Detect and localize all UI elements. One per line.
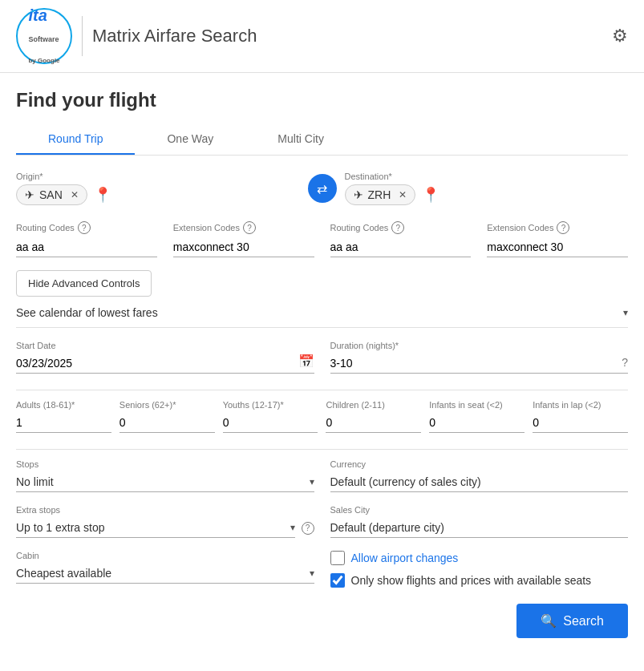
extra-stops-value: Up to 1 extra stop xyxy=(16,521,105,534)
available-seats-checkbox[interactable] xyxy=(330,573,345,588)
search-label: Search xyxy=(563,614,604,629)
start-date-input[interactable] xyxy=(16,354,314,374)
calendar-chevron-icon: ▾ xyxy=(623,307,628,318)
logo-ita: ita xyxy=(28,6,47,24)
swap-button[interactable]: ⇄ xyxy=(308,174,337,203)
infants-seat-input[interactable] xyxy=(429,413,525,433)
children-input[interactable] xyxy=(326,413,421,433)
infants-lap-label: Infants in lap (<2) xyxy=(533,400,628,410)
date-duration-row: Start Date 📅 Duration (nights)* ? xyxy=(16,341,628,374)
search-btn-row: 🔍 Search xyxy=(16,604,628,638)
dest-extension-label: Extension Codes ? xyxy=(487,221,628,234)
hide-advanced-button[interactable]: Hide Advanced Controls xyxy=(16,270,152,297)
airport-changes-row: Allow airport changes xyxy=(330,551,629,565)
origin-clear-icon[interactable]: ✕ xyxy=(71,189,79,200)
airport-changes-checkbox[interactable] xyxy=(330,551,345,565)
adults-col: Adults (18-61)* xyxy=(16,400,111,433)
adults-label: Adults (18-61)* xyxy=(16,400,111,410)
search-icon: 🔍 xyxy=(541,613,557,629)
origin-pin-icon[interactable]: 📍 xyxy=(94,186,111,204)
tab-multi-city[interactable]: Multi City xyxy=(245,124,356,155)
youths-col: Youths (12-17)* xyxy=(223,400,318,433)
logo-google: by Google xyxy=(28,57,59,64)
passengers-row: Adults (18-61)* Seniors (62+)* Youths (1… xyxy=(16,400,628,433)
origin-section: Origin* ✈ SAN ✕ 📍 xyxy=(16,172,300,205)
extra-stops-col: Extra stops Up to 1 extra stop ▾ ? xyxy=(16,505,314,538)
stops-value: No limit xyxy=(16,475,54,488)
dest-routing-help-icon[interactable]: ? xyxy=(391,221,404,234)
sales-city-label: Sales City xyxy=(330,505,629,515)
available-seats-label: Only show flights and prices with availa… xyxy=(351,574,592,587)
cabin-select[interactable]: Cheapest available ▾ xyxy=(16,564,314,584)
sales-city-select[interactable]: Default (departure city) xyxy=(330,518,629,538)
checkboxes-col: Allow airport changes Only show flights … xyxy=(330,551,629,596)
infants-seat-label: Infants in seat (<2) xyxy=(429,400,525,410)
settings-icon[interactable]: ⚙ xyxy=(612,26,628,46)
origin-plane-icon: ✈ xyxy=(25,188,34,201)
search-button[interactable]: 🔍 Search xyxy=(516,604,628,638)
origin-extension-label: Extension Codes ? xyxy=(173,221,314,234)
destination-chip[interactable]: ✈ ZRH ✕ xyxy=(345,184,416,205)
origin-code: SAN xyxy=(39,188,63,201)
destination-section: Destination* ✈ ZRH ✕ 📍 xyxy=(345,172,629,205)
origin-chip[interactable]: ✈ SAN ✕ xyxy=(16,184,87,205)
stops-label: Stops xyxy=(16,459,314,469)
stops-chevron-icon: ▾ xyxy=(310,476,314,487)
stops-select[interactable]: No limit ▾ xyxy=(16,472,314,492)
dest-routing-label: Routing Codes ? xyxy=(330,221,472,234)
tab-round-trip[interactable]: Round Trip xyxy=(16,124,135,155)
currency-label: Currency xyxy=(330,459,629,469)
duration-help-icon[interactable]: ? xyxy=(622,356,628,369)
youths-input[interactable] xyxy=(223,413,318,433)
trip-type-tabs: Round Trip One Way Multi City xyxy=(16,124,628,156)
origin-routing-col: Routing Codes ? xyxy=(16,221,157,257)
extra-stops-select[interactable]: Up to 1 extra stop ▾ xyxy=(16,518,295,538)
origin-routing-help-icon[interactable]: ? xyxy=(78,221,91,234)
origin-routing-input[interactable] xyxy=(16,237,157,257)
children-label: Children (2-11) xyxy=(326,400,421,410)
section-divider-2 xyxy=(16,449,628,450)
start-date-label: Start Date xyxy=(16,341,314,350)
origin-routing-label: Routing Codes ? xyxy=(16,221,157,234)
tab-one-way[interactable]: One Way xyxy=(135,124,245,155)
seniors-input[interactable] xyxy=(119,413,215,433)
logo-icon: ita Software by Google xyxy=(16,8,72,64)
infants-lap-col: Infants in lap (<2) xyxy=(533,400,628,433)
origin-extension-input[interactable] xyxy=(173,237,314,257)
calendar-row[interactable]: See calendar of lowest fares ▾ xyxy=(16,306,628,328)
extra-stops-chevron-icon: ▾ xyxy=(290,522,295,533)
section-divider-1 xyxy=(16,390,628,390)
dest-code: ZRH xyxy=(368,188,391,201)
cabin-col: Cabin Cheapest available ▾ xyxy=(16,551,314,596)
extra-stops-label: Extra stops xyxy=(16,505,314,515)
logo-area: ita Software by Google Matrix Airfare Se… xyxy=(16,8,257,64)
currency-select[interactable]: Default (currency of sales city) xyxy=(330,472,629,492)
children-col: Children (2-11) xyxy=(326,400,421,433)
dest-extension-input[interactable] xyxy=(487,237,628,257)
dest-plane-icon: ✈ xyxy=(354,188,363,201)
seniors-label: Seniors (62+)* xyxy=(119,400,215,410)
available-seats-row: Only show flights and prices with availa… xyxy=(330,573,629,588)
page-title: Find your flight xyxy=(16,89,628,111)
duration-input[interactable] xyxy=(330,354,629,374)
infants-lap-input[interactable] xyxy=(533,413,628,433)
dest-clear-icon[interactable]: ✕ xyxy=(399,189,407,200)
cabin-chevron-icon: ▾ xyxy=(310,568,314,579)
origin-extension-col: Extension Codes ? xyxy=(173,221,314,257)
dest-routing-input[interactable] xyxy=(330,237,472,257)
stops-currency-row: Stops No limit ▾ Currency Default (curre… xyxy=(16,459,628,492)
infants-seat-col: Infants in seat (<2) xyxy=(429,400,525,433)
header-divider xyxy=(82,16,83,56)
adults-input[interactable] xyxy=(16,413,111,433)
cabin-label: Cabin xyxy=(16,551,314,560)
origin-extension-help-icon[interactable]: ? xyxy=(243,221,256,234)
airport-changes-label: Allow airport changes xyxy=(351,552,459,564)
extra-stops-help-icon[interactable]: ? xyxy=(302,522,314,535)
dest-extension-help-icon[interactable]: ? xyxy=(557,221,569,234)
dest-pin-icon[interactable]: 📍 xyxy=(422,186,439,204)
seniors-col: Seniors (62+)* xyxy=(119,400,215,433)
swap-icon: ⇄ xyxy=(317,181,327,196)
stops-col: Stops No limit ▾ xyxy=(16,459,314,492)
app-header: ita Software by Google Matrix Airfare Se… xyxy=(0,0,644,73)
calendar-icon[interactable]: 📅 xyxy=(298,354,314,369)
